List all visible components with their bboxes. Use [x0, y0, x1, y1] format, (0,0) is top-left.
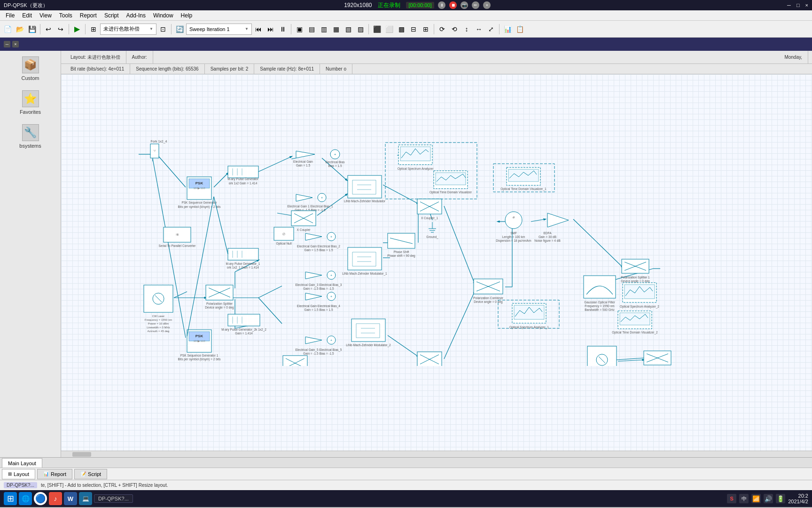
seqlen-info: Sequence length (bits): 65536 — [130, 64, 204, 74]
sweep-icon3[interactable]: ⏭ — [265, 24, 276, 35]
tool1[interactable]: ▣ — [294, 24, 305, 35]
main-layout-tab[interactable]: Main Layout — [2, 458, 42, 468]
svg-marker-79 — [305, 233, 322, 240]
layout-icon2[interactable]: ⊡ — [157, 24, 169, 35]
script-tab[interactable]: 📝 Script — [74, 469, 107, 479]
tool16[interactable]: ⤢ — [485, 24, 497, 35]
toolbar-sep7 — [434, 24, 434, 34]
tool3[interactable]: ▥ — [318, 24, 329, 35]
svg-text:Optical Time Domain Visualizer: Optical Time Domain Visualizer_2 — [612, 331, 658, 334]
svg-text:Fork 1x2_4: Fork 1x2_4 — [150, 140, 167, 143]
svg-text:Gain = -1.5   Bias = -1.5: Gain = -1.5 Bias = -1.5 — [303, 287, 334, 290]
menu-view[interactable]: View — [36, 11, 55, 20]
tool13[interactable]: ⟲ — [449, 24, 460, 35]
pause-button[interactable]: ⏸ — [438, 1, 445, 9]
svg-text:Gaussian Optical Filter: Gaussian Optical Filter — [584, 301, 616, 304]
new-button[interactable]: 📄 — [2, 24, 13, 35]
save-button[interactable]: 💾 — [26, 24, 38, 35]
taskbar-ime-icon[interactable]: S — [727, 494, 736, 503]
maximize-button[interactable]: □ — [796, 2, 800, 8]
taskbar-battery-icon[interactable]: 🔋 — [776, 494, 785, 503]
start-button[interactable]: ⊞ — [4, 492, 17, 505]
tool15[interactable]: ↔ — [473, 24, 484, 35]
taskbar-app-chrome[interactable]: 🔵 — [34, 492, 47, 505]
close-button[interactable]: × — [805, 2, 808, 8]
author-info: Author: — [126, 51, 153, 64]
toolbar-sep4 — [171, 24, 172, 34]
svg-text:+: + — [330, 339, 332, 342]
open-button[interactable]: 📂 — [14, 24, 25, 35]
sidebar-item-favorites[interactable]: ⭐ Favorites — [2, 88, 59, 117]
layout-view-button[interactable]: ⊞ — [88, 24, 99, 35]
tool8[interactable]: ⬜ — [383, 24, 395, 35]
taskbar-app-music[interactable]: ♪ — [49, 492, 62, 505]
sweep-icon4[interactable]: ⏸ — [277, 24, 289, 35]
layout-tab[interactable]: ⊞ Layout — [2, 469, 35, 479]
minimize-button[interactable]: ─ — [787, 2, 791, 8]
sidebar-item-custom[interactable]: 📦 Custom — [2, 55, 59, 83]
layout-dropdown[interactable]: 未进行色散补偿 ▼ — [100, 24, 156, 35]
svg-text:∅: ∅ — [282, 232, 285, 236]
taskbar-speaker-icon[interactable]: 🔊 — [764, 494, 773, 503]
stop-record-button[interactable]: ⏹ — [449, 1, 457, 9]
svg-text:⌀: ⌀ — [513, 215, 515, 219]
seqlen-value: 65536 — [186, 66, 199, 71]
menu-report[interactable]: Report — [76, 11, 101, 20]
menu-addins[interactable]: Add-Ins — [123, 11, 149, 20]
menu-bar: File Edit View Tools Report Script Add-I… — [0, 10, 812, 21]
taskbar-app-optisystem[interactable]: 💻 — [79, 492, 92, 505]
menu-file[interactable]: File — [2, 11, 18, 20]
report-tab[interactable]: 📊 Report — [37, 469, 72, 479]
tool7[interactable]: ⬛ — [371, 24, 383, 35]
redo-button[interactable]: ↪ — [55, 24, 66, 35]
close-record-button[interactable]: × — [483, 1, 491, 9]
scrollbar-thumb[interactable] — [72, 452, 91, 457]
tool18[interactable]: 📋 — [514, 24, 525, 35]
win-control-btn2[interactable]: × — [12, 41, 19, 48]
svg-line-13 — [277, 213, 291, 215]
sweep-icon2[interactable]: ⏮ — [253, 24, 264, 35]
svg-text:Optical Spectrum Analyzer_2: Optical Spectrum Analyzer_2 — [620, 305, 659, 309]
tool9[interactable]: ▩ — [396, 24, 407, 35]
win-control-btn1[interactable]: ─ — [4, 41, 10, 48]
layout-dropdown-arrow: ▼ — [149, 27, 153, 31]
menu-script[interactable]: Script — [101, 11, 123, 20]
screenshot-button[interactable]: 📷 — [461, 1, 468, 9]
menu-edit[interactable]: Edit — [18, 11, 36, 20]
resolution-label: 1920x1080 — [344, 2, 372, 8]
tool6[interactable]: ▨ — [355, 24, 366, 35]
svg-text:Bits per symbol (b/sym) = 2  b: Bits per symbol (b/sym) = 2 bits — [178, 205, 221, 209]
taskbar-app-word[interactable]: W — [64, 492, 77, 505]
taskbar-lang-icon[interactable]: 中 — [739, 494, 749, 503]
schematic-canvas[interactable]: ⑂ Fork 1x2_4 PSK 101▶110 PSK Sequence Ge… — [61, 74, 812, 451]
tool14[interactable]: ↕ — [461, 24, 472, 35]
taskbar-time: 20:2 — [788, 493, 808, 499]
menu-window[interactable]: Window — [149, 11, 177, 20]
run-button[interactable]: ▶ — [71, 24, 83, 35]
svg-line-259 — [617, 358, 644, 360]
tool11[interactable]: ⊞ — [420, 24, 431, 35]
menu-help[interactable]: Help — [177, 11, 196, 20]
tool4[interactable]: ▦ — [330, 24, 342, 35]
tool5[interactable]: ▧ — [343, 24, 354, 35]
sweep-dropdown[interactable]: Sweep Iteration 1 ▼ — [186, 24, 252, 35]
svg-text:Optical Time Domain Visualizer: Optical Time Domain Visualizer_1 — [500, 187, 547, 191]
taskbar-app-edge[interactable]: 🌐 — [19, 492, 32, 505]
toolbar-sep6 — [368, 24, 369, 34]
svg-rect-59 — [348, 175, 382, 198]
horizontal-scrollbar[interactable] — [61, 451, 812, 457]
tool10[interactable]: ⊟ — [408, 24, 419, 35]
menu-tools[interactable]: Tools — [55, 11, 76, 20]
undo-button[interactable]: ↩ — [43, 24, 54, 35]
taskbar-network-icon[interactable]: 📶 — [751, 494, 761, 503]
tool17[interactable]: 📊 — [502, 24, 513, 35]
custom-label: Custom — [22, 75, 39, 81]
sweep-icon[interactable]: 🔄 — [174, 24, 185, 35]
sidebar-item-subsystems[interactable]: 🔧 bsystems — [2, 122, 59, 151]
taskbar-clock[interactable]: 20:2 2021/4/2 — [788, 493, 808, 504]
taskbar-active-window[interactable]: DP-QPSK?... — [94, 494, 133, 503]
edit-button[interactable]: ✏ — [472, 1, 479, 9]
tool2[interactable]: ▤ — [306, 24, 317, 35]
status-file[interactable]: DP-QPSK?... — [4, 482, 37, 488]
tool12[interactable]: ⟳ — [437, 24, 448, 35]
